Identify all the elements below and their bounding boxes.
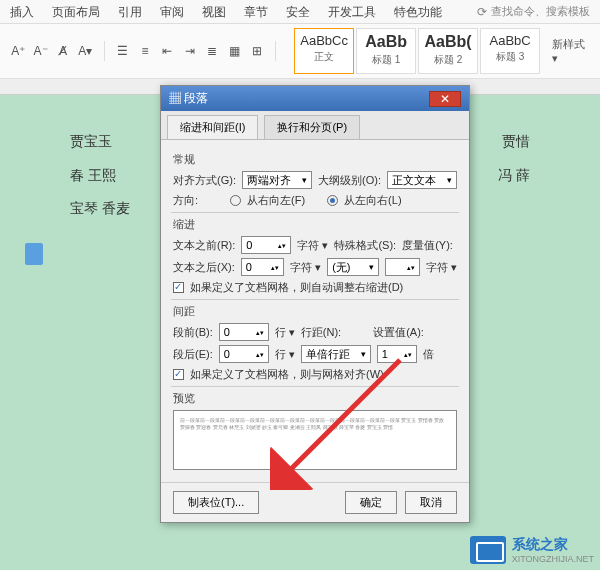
- direction-rtl-label: 从右向左(F): [247, 193, 305, 208]
- font-style-icon[interactable]: A▾: [77, 42, 93, 60]
- snap-grid-label: 如果定义了文档网格，则与网格对齐(W): [190, 367, 384, 382]
- outline-label: 大纲级别(O):: [318, 173, 381, 188]
- close-button[interactable]: ✕: [429, 91, 461, 107]
- special-select[interactable]: (无): [327, 258, 379, 276]
- text-after-spinner[interactable]: 0: [241, 258, 284, 276]
- toolbar: A⁺ A⁻ A̸ A▾ ☰ ≡ ⇤ ⇥ ≣ ▦ ⊞ AaBbCc正文 AaBb标…: [0, 24, 600, 79]
- metric-spinner[interactable]: [385, 258, 420, 276]
- watermark-logo-icon: [470, 536, 506, 564]
- new-style-button[interactable]: 新样式 ▾: [552, 37, 590, 65]
- clear-format-icon[interactable]: A̸: [55, 42, 71, 60]
- before-label: 段前(B):: [173, 325, 213, 340]
- preview-label: 预览: [173, 391, 457, 406]
- style-heading3[interactable]: AaBbC标题 3: [480, 28, 540, 74]
- tab-view[interactable]: 视图: [202, 4, 226, 21]
- text-after-label: 文本之后(X):: [173, 260, 235, 275]
- indent-right-icon[interactable]: ⇥: [182, 42, 198, 60]
- outline-select[interactable]: 正文文本: [387, 171, 457, 189]
- setvalue-label: 设置值(A):: [373, 325, 424, 340]
- style-heading1[interactable]: AaBb标题 1: [356, 28, 416, 74]
- alignment-label: 对齐方式(G):: [173, 173, 236, 188]
- indent-label: 缩进: [173, 217, 457, 232]
- numbering-icon[interactable]: ≡: [137, 42, 153, 60]
- linespacing-label: 行距(N):: [301, 325, 341, 340]
- shading-icon[interactable]: ▦: [226, 42, 242, 60]
- general-label: 常规: [173, 152, 457, 167]
- tab-line-page-breaks[interactable]: 换行和分页(P): [264, 115, 360, 139]
- tab-review[interactable]: 审阅: [160, 4, 184, 21]
- style-heading2[interactable]: AaBb(标题 2: [418, 28, 478, 74]
- ribbon-tabs: 插入 页面布局 引用 审阅 视图 章节 安全 开发工具 特色功能 ⟳ 查找命令、…: [0, 0, 600, 24]
- tab-sections[interactable]: 章节: [244, 4, 268, 21]
- before-spinner[interactable]: 0: [219, 323, 269, 341]
- text-before-label: 文本之前(R):: [173, 238, 235, 253]
- style-normal[interactable]: AaBbCc正文: [294, 28, 354, 74]
- page-thumb-icon[interactable]: [25, 243, 43, 265]
- tab-developer[interactable]: 开发工具: [328, 4, 376, 21]
- after-spinner[interactable]: 0: [219, 345, 269, 363]
- direction-rtl-radio[interactable]: [230, 195, 241, 206]
- spacing-label: 间距: [173, 304, 457, 319]
- align-icon[interactable]: ≣: [204, 42, 220, 60]
- text-before-spinner[interactable]: 0: [241, 236, 291, 254]
- font-decrease-icon[interactable]: A⁻: [32, 42, 48, 60]
- tab-special[interactable]: 特色功能: [394, 4, 442, 21]
- watermark: 系统之家 XITONGZHIJIA.NET: [470, 536, 594, 564]
- direction-label: 方向:: [173, 193, 198, 208]
- indent-left-icon[interactable]: ⇤: [159, 42, 175, 60]
- linespacing-select[interactable]: 单倍行距: [301, 345, 371, 363]
- auto-indent-label: 如果定义了文档网格，则自动调整右缩进(D): [190, 280, 403, 295]
- after-label: 段后(E):: [173, 347, 213, 362]
- tab-indent-spacing[interactable]: 缩进和间距(I): [167, 115, 258, 139]
- tab-security[interactable]: 安全: [286, 4, 310, 21]
- bullets-icon[interactable]: ☰: [114, 42, 130, 60]
- search-box[interactable]: ⟳ 查找命令、搜索模板: [477, 4, 590, 19]
- search-icon: ⟳: [477, 5, 487, 19]
- special-label: 特殊格式(S):: [334, 238, 396, 253]
- font-increase-icon[interactable]: A⁺: [10, 42, 26, 60]
- app-icon: ▦: [169, 91, 181, 105]
- tab-insert[interactable]: 插入: [10, 4, 34, 21]
- style-gallery: AaBbCc正文 AaBb标题 1 AaBb(标题 2 AaBbC标题 3: [294, 28, 540, 74]
- ok-button[interactable]: 确定: [345, 491, 397, 514]
- setvalue-spinner[interactable]: 1: [377, 345, 417, 363]
- cancel-button[interactable]: 取消: [405, 491, 457, 514]
- direction-ltr-label: 从左向右(L): [344, 193, 401, 208]
- tab-references[interactable]: 引用: [118, 4, 142, 21]
- metric-label: 度量值(Y):: [402, 238, 453, 253]
- auto-indent-checkbox[interactable]: [173, 282, 184, 293]
- alignment-select[interactable]: 两端对齐: [242, 171, 312, 189]
- preview-box: 前一段落前一段落前一段落前一段落前一段落前一段落前一段落前一段落前一段落前一段落…: [173, 410, 457, 470]
- tab-layout[interactable]: 页面布局: [52, 4, 100, 21]
- dialog-titlebar[interactable]: ▦ 段落 ✕: [161, 86, 469, 111]
- border-icon[interactable]: ⊞: [249, 42, 265, 60]
- tabstop-button[interactable]: 制表位(T)...: [173, 491, 259, 514]
- direction-ltr-radio[interactable]: [327, 195, 338, 206]
- paragraph-dialog: ▦ 段落 ✕ 缩进和间距(I) 换行和分页(P) 常规 对齐方式(G): 两端对…: [160, 85, 470, 523]
- snap-grid-checkbox[interactable]: [173, 369, 184, 380]
